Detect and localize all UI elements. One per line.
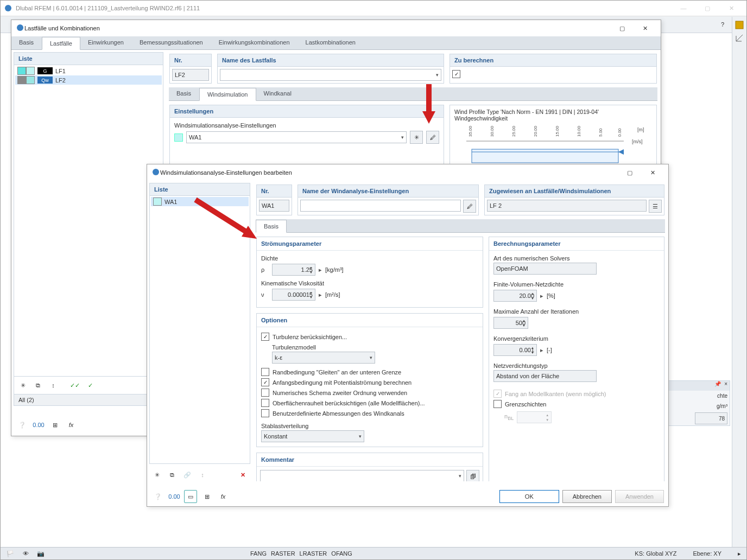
prop-unit: g/m³: [717, 403, 727, 409]
settings-dropdown[interactable]: WA1▾: [186, 131, 407, 143]
mesh-input[interactable]: 20.00▲▼: [493, 290, 537, 302]
list-new-icon[interactable]: ✳: [16, 379, 29, 392]
maximize-button[interactable]: ▢: [695, 1, 719, 15]
subtab-windsim[interactable]: Windsimulation: [199, 88, 256, 101]
settings-new-button[interactable]: ✳: [410, 131, 423, 144]
close-icon[interactable]: ×: [724, 381, 727, 391]
dlg-fx-icon[interactable]: fx: [217, 490, 230, 503]
opt-initial-pot-check[interactable]: ✓Anfangsbedingung mit Potentialströmung …: [261, 377, 478, 387]
dlg-frame-icon[interactable]: ▭: [184, 490, 197, 503]
tab-lastkomb[interactable]: Lastkombinationen: [298, 36, 364, 49]
tab-einwirkungen[interactable]: Einwirkungen: [80, 36, 132, 49]
density-input[interactable]: 1.25▲▼: [272, 264, 315, 276]
dlg-assigned-list-button[interactable]: ☰: [649, 200, 662, 213]
snap-lraster[interactable]: LRASTER: [300, 550, 327, 557]
dlg-list-item-wa1[interactable]: WA1: [151, 197, 249, 206]
prop-label: chte: [717, 393, 727, 399]
main-titlebar: Dlubal RFEM | 6.01.0014 | 211109_Lastver…: [1, 1, 746, 16]
list-sort-icon[interactable]: ↕: [47, 379, 60, 392]
svg-point-0: [5, 5, 11, 11]
iter-input[interactable]: 500▲▼: [493, 317, 528, 329]
comment-input[interactable]: ▾: [260, 470, 464, 481]
snap-ofang[interactable]: OFANG: [331, 550, 352, 557]
list-uncheck-icon[interactable]: ✓: [84, 379, 97, 392]
pin-icon[interactable]: 📌: [714, 381, 721, 391]
list-label: LF1: [55, 68, 66, 74]
ok-button[interactable]: OK: [499, 490, 559, 503]
opt-second-order-check[interactable]: Numerisches Schema zweiter Ordnung verwe…: [261, 387, 478, 398]
dock-cube-icon[interactable]: [735, 20, 744, 30]
dlg-axis-icon[interactable]: ⊞: [200, 490, 213, 503]
loadcase-name-dropdown[interactable]: ▾: [220, 69, 441, 81]
lc-axis-icon[interactable]: ⊞: [48, 418, 61, 431]
solver-dropdown[interactable]: OpenFOAM: [493, 263, 597, 275]
windsim-dialog: Windsimulationsanalyse-Einstellungen bea…: [147, 164, 669, 507]
status-flag-icon[interactable]: 🏳️: [4, 547, 17, 560]
dock-axes-icon[interactable]: [735, 33, 744, 43]
loadcases-maximize-button[interactable]: ▢: [611, 21, 634, 36]
dlg-list-header: Liste: [150, 183, 250, 196]
opt-turbulence-check[interactable]: ✓Turbulenz berücksichtigen...: [261, 332, 478, 342]
tab-bemessung[interactable]: Bemessungssituationen: [132, 36, 211, 49]
visc-symbol: ν: [261, 291, 269, 298]
list-tag: G: [37, 67, 53, 74]
close-button[interactable]: ✕: [719, 1, 743, 15]
lc-fx-icon[interactable]: fx: [65, 418, 78, 431]
dlg-name-edit-button[interactable]: 🖉: [463, 200, 476, 213]
dlg-list-delete-icon[interactable]: ✕: [236, 468, 249, 481]
list-copy-icon[interactable]: ⧉: [31, 379, 45, 392]
dlg-assigned-header: Zugewiesen an Lastfälle/Windsimulationen: [485, 185, 664, 198]
app-icon: [4, 4, 12, 12]
settings-edit-button[interactable]: 🖉: [426, 131, 439, 144]
status-camera-icon[interactable]: 📷: [34, 547, 47, 560]
dialog-title: Windsimulationsanalyse-Einstellungen bea…: [160, 169, 618, 176]
list-item-lf2[interactable]: Qw LF2: [15, 75, 162, 85]
tab-einwirkungskomb[interactable]: Einwirkungskombinationen: [211, 36, 298, 49]
dlg-list-sort-icon: ↕: [196, 468, 209, 481]
snap-raster[interactable]: RASTER: [271, 550, 295, 557]
lc-help-icon[interactable]: ❔: [16, 418, 29, 431]
snap-fang[interactable]: FANG: [250, 550, 267, 557]
dlg-list-copy-icon[interactable]: ⧉: [166, 468, 179, 481]
load-dist-dropdown[interactable]: Konstant▾: [261, 430, 364, 442]
dlg-help-icon[interactable]: ❔: [151, 490, 164, 503]
mesh-label: Finite-Volumen-Netzdichte: [493, 281, 660, 288]
dlg-units-icon[interactable]: 0.00: [168, 490, 181, 503]
calc-checkbox[interactable]: ✓: [452, 69, 654, 79]
loadcases-icon: [16, 23, 24, 33]
opt-bc-slip-check[interactable]: Randbedingung "Gleiten" an der unteren G…: [261, 367, 478, 377]
dialog-icon: [151, 168, 160, 177]
subtab-basis[interactable]: Basis: [169, 87, 199, 100]
toolbar-help-icon[interactable]: ?: [716, 18, 729, 31]
bl-check[interactable]: Grenzschichten: [493, 399, 660, 409]
list-item-lf1[interactable]: G LF1: [15, 66, 162, 75]
comment-pick-button[interactable]: 🗐: [466, 470, 479, 481]
prop-value[interactable]: 78: [695, 412, 727, 424]
dialog-close-button[interactable]: ✕: [641, 165, 664, 180]
loadcases-close-button[interactable]: ✕: [634, 21, 656, 36]
status-eye-icon[interactable]: 👁: [19, 547, 32, 560]
refine-dropdown[interactable]: Abstand von der Fläche: [493, 370, 597, 382]
status-menu-icon[interactable]: ▸: [738, 550, 741, 557]
tab-lastfaelle[interactable]: Lastfälle: [42, 37, 80, 50]
visc-input[interactable]: 0.000015▲▼: [272, 289, 315, 301]
svg-text:15.00: 15.00: [555, 125, 560, 137]
visc-unit: [m²/s]: [325, 291, 340, 298]
subtab-windkanal[interactable]: Windkanal: [256, 87, 300, 100]
dlg-list-new-icon[interactable]: ✳: [150, 468, 163, 481]
opt-user-dim-check[interactable]: Benutzerdefinierte Abmessungen des Windk…: [261, 408, 478, 418]
list-footer: All (2): [14, 394, 163, 405]
conv-input[interactable]: 0.001▲▼: [493, 344, 537, 356]
wind-profile-line1: Wind Profile Type 'Nach Norm - EN 1991 |…: [454, 109, 652, 115]
cancel-button[interactable]: Abbrechen: [562, 490, 612, 503]
list-check-icon[interactable]: ✓✓: [68, 379, 81, 392]
dlg-name-input[interactable]: [300, 200, 461, 212]
refine-label: Netzverdichtungstyp: [493, 362, 660, 369]
dialog-maximize-button[interactable]: ▢: [618, 165, 641, 180]
lc-units-icon[interactable]: 0.00: [32, 418, 45, 431]
minimize-button[interactable]: —: [672, 1, 695, 15]
opt-roughness-check[interactable]: Oberflächenrauheit berücksichtigen (alle…: [261, 398, 478, 408]
tab-basis[interactable]: Basis: [11, 36, 42, 49]
turb-model-dropdown[interactable]: k-ε▾: [272, 352, 375, 364]
dlg-subtab-basis[interactable]: Basis: [256, 220, 287, 233]
